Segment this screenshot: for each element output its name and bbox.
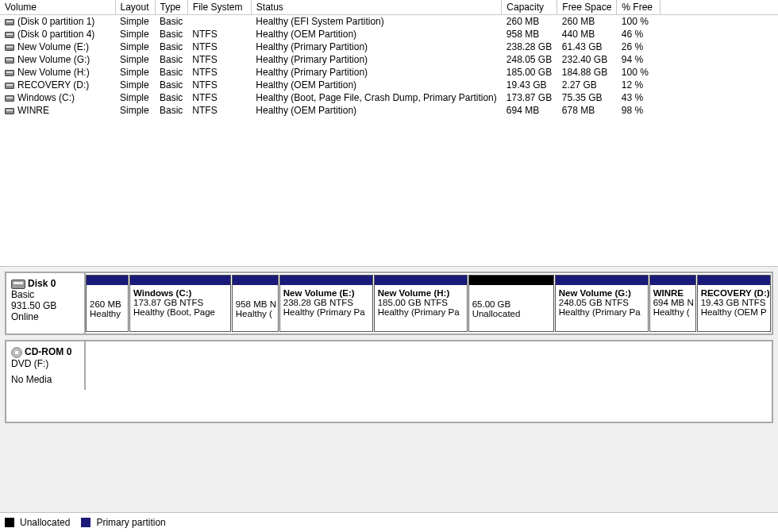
col-header[interactable]: Capacity — [502, 0, 557, 15]
partition-stripe — [280, 276, 372, 285]
volume-capacity: 185.00 GB — [502, 66, 557, 79]
legend: Unallocated Primary partition — [0, 512, 778, 531]
volume-icon — [5, 83, 14, 89]
volume-name: New Volume (H:) — [17, 67, 90, 78]
table-row[interactable]: WINRESimpleBasicNTFSHealthy (OEM Partiti… — [0, 104, 778, 117]
partition-name: New Volume (E:) — [283, 288, 369, 298]
col-header[interactable]: File System — [187, 0, 251, 15]
col-header[interactable]: Type — [155, 0, 187, 15]
partition-name: Windows (C:) — [133, 288, 227, 298]
volume-table[interactable]: VolumeLayoutTypeFile SystemStatusCapacit… — [0, 0, 778, 117]
partition-status: Healthy (Primary Pa — [559, 307, 645, 317]
volume-name: RECOVERY (D:) — [17, 79, 89, 91]
partition-block[interactable]: New Volume (E:)238.28 GB NTFSHealthy (Pr… — [279, 275, 373, 332]
volume-fs: NTFS — [187, 28, 251, 40]
volume-fs: NTFS — [187, 40, 251, 53]
volume-icon — [5, 70, 14, 76]
legend-swatch-primary — [81, 518, 91, 527]
partition-stripe — [650, 276, 695, 285]
partition-block[interactable]: RECOVERY (D:)19.43 GB NTFSHealthy (OEM P — [697, 275, 771, 332]
volume-type: Basic — [155, 79, 187, 91]
volume-free: 232.40 GB — [557, 53, 617, 66]
volume-type: Basic — [155, 104, 187, 117]
cdrom-sub: DVD (F:) — [11, 358, 79, 369]
volume-free: 440 MB — [557, 28, 617, 40]
partition-size: 238.28 GB NTFS — [283, 298, 369, 307]
table-row[interactable]: New Volume (H:)SimpleBasicNTFSHealthy (P… — [0, 66, 778, 79]
partition-stripe — [233, 276, 278, 285]
partition-status: Healthy (Primary Pa — [378, 307, 464, 317]
volume-free: 2.27 GB — [557, 79, 617, 91]
disk-0-type: Basic — [11, 289, 79, 300]
volume-name: (Disk 0 partition 1) — [17, 16, 94, 27]
partition-stripe — [469, 276, 553, 285]
volume-fs — [187, 15, 251, 29]
disk-0-title: Disk 0 — [28, 278, 56, 289]
cdrom-state: No Media — [11, 374, 79, 385]
partition-status: Healthy ( — [236, 309, 275, 318]
volume-fs: NTFS — [187, 79, 251, 91]
table-row[interactable]: (Disk 0 partition 4)SimpleBasicNTFSHealt… — [0, 28, 778, 40]
volume-icon — [5, 57, 14, 64]
partition-size: 694 MB N — [653, 298, 692, 307]
partition-status: Healthy (Boot, Page — [133, 307, 227, 317]
partition-block[interactable]: New Volume (G:)248.05 GB NTFSHealthy (Pr… — [555, 275, 649, 332]
partition-block[interactable]: 260 MBHealthy — [86, 275, 129, 332]
cdrom-icon — [11, 347, 22, 358]
partition-stripe — [130, 276, 230, 285]
partition-size: 65.00 GB — [472, 299, 550, 309]
partition-status: Healthy ( — [653, 307, 692, 317]
col-header[interactable]: Status — [251, 0, 501, 15]
partition-block[interactable]: WINRE694 MB NHealthy ( — [649, 275, 696, 332]
table-row[interactable]: New Volume (E:)SimpleBasicNTFSHealthy (P… — [0, 40, 778, 53]
volume-pct: 26 % — [617, 40, 661, 53]
volume-type: Basic — [155, 91, 187, 104]
col-header[interactable]: % Free — [617, 0, 661, 15]
legend-swatch-unallocated — [5, 518, 14, 527]
volume-pct: 100 % — [617, 15, 661, 29]
partition-stripe — [698, 276, 770, 285]
table-row[interactable]: New Volume (G:)SimpleBasicNTFSHealthy (P… — [0, 53, 778, 66]
cdrom-row[interactable]: CD-ROM 0 DVD (F:) No Media — [5, 340, 773, 423]
volume-status: Healthy (OEM Partition) — [251, 28, 501, 40]
volume-status: Healthy (Primary Partition) — [251, 40, 501, 53]
volume-capacity: 260 MB — [502, 15, 557, 29]
volume-icon — [5, 95, 14, 102]
volume-status: Healthy (Boot, Page File, Crash Dump, Pr… — [251, 91, 501, 104]
volume-layout: Simple — [115, 53, 155, 66]
col-header[interactable]: Layout — [115, 0, 155, 15]
volume-capacity: 173.87 GB — [502, 91, 557, 104]
partition-status: Healthy (OEM P — [701, 307, 767, 317]
table-row[interactable]: (Disk 0 partition 1)SimpleBasicHealthy (… — [0, 15, 778, 29]
disk-0-state: Online — [11, 311, 79, 322]
volume-free: 75.35 GB — [557, 91, 617, 104]
volume-name: New Volume (G:) — [17, 54, 90, 65]
volume-list-pane: VolumeLayoutTypeFile SystemStatusCapacit… — [0, 0, 778, 266]
disk-0-size: 931.50 GB — [11, 300, 79, 311]
partition-block[interactable]: New Volume (H:)185.00 GB NTFSHealthy (Pr… — [374, 275, 468, 332]
volume-type: Basic — [155, 66, 187, 79]
volume-free: 260 MB — [557, 15, 617, 29]
volume-layout: Simple — [115, 40, 155, 53]
volume-free: 678 MB — [557, 104, 617, 117]
volume-pct: 43 % — [617, 91, 661, 104]
col-header[interactable]: Free Space — [557, 0, 617, 15]
partition-block[interactable]: 958 MB NHealthy ( — [232, 275, 279, 332]
col-header[interactable]: Volume — [0, 0, 115, 15]
volume-type: Basic — [155, 40, 187, 53]
partition-size: 173.87 GB NTFS — [133, 298, 227, 307]
volume-pct: 94 % — [617, 53, 661, 66]
partition-block[interactable]: Windows (C:)173.87 GB NTFSHealthy (Boot,… — [129, 275, 231, 332]
volume-type: Basic — [155, 53, 187, 66]
table-row[interactable]: Windows (C:)SimpleBasicNTFSHealthy (Boot… — [0, 91, 778, 104]
volume-capacity: 19.43 GB — [502, 79, 557, 91]
volume-layout: Simple — [115, 91, 155, 104]
volume-status: Healthy (OEM Partition) — [251, 79, 501, 91]
volume-type: Basic — [155, 28, 187, 40]
volume-icon — [5, 108, 14, 114]
volume-pct: 100 % — [617, 66, 661, 79]
disk-0-partitions: 260 MBHealthyWindows (C:)173.87 GB NTFSH… — [86, 273, 772, 333]
table-row[interactable]: RECOVERY (D:)SimpleBasicNTFSHealthy (OEM… — [0, 79, 778, 91]
disk-0-row[interactable]: Disk 0 Basic 931.50 GB Online 260 MBHeal… — [5, 272, 773, 335]
partition-block[interactable]: 65.00 GBUnallocated — [468, 275, 554, 332]
